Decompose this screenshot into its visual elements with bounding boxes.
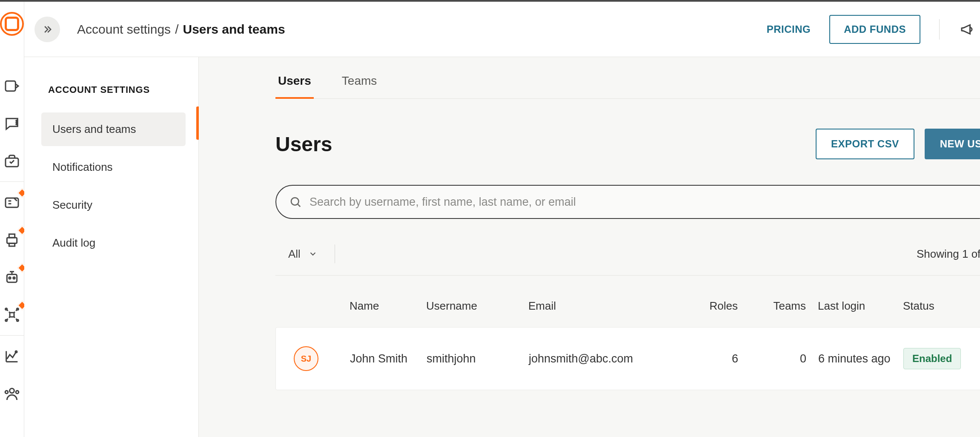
pricing-link[interactable]: PRICING	[767, 23, 811, 35]
svg-rect-7	[9, 234, 14, 238]
header-divider	[939, 19, 940, 40]
sidebar-item-label: Users and teams	[52, 123, 136, 135]
tab-teams[interactable]: Teams	[339, 74, 379, 98]
top-header: Account settings / Users and teams PRICI…	[24, 2, 980, 57]
users-table: Name Username Email Roles Teams Last log…	[275, 291, 980, 390]
announcements-icon[interactable]	[958, 21, 975, 38]
cell-email: johnsmith@abc.com	[529, 352, 682, 365]
svg-point-1	[16, 122, 17, 123]
tab-users[interactable]: Users	[275, 74, 314, 99]
col-name: Name	[350, 299, 422, 313]
svg-point-16	[17, 319, 18, 321]
sidebar-item-security[interactable]: Security	[41, 188, 186, 222]
col-roles: Roles	[686, 299, 745, 313]
sidebar-item-users-and-teams[interactable]: Users and teams	[41, 112, 186, 146]
results-count: Showing 1 of 1	[917, 247, 980, 261]
page-header-row: Users EXPORT CSV NEW USER	[275, 129, 980, 159]
sidebar-title: ACCOUNT SETTINGS	[48, 84, 186, 95]
add-funds-button[interactable]: ADD FUNDS	[829, 15, 920, 44]
svg-rect-6	[7, 238, 17, 243]
chevrons-right-icon	[41, 23, 53, 35]
breadcrumb: Account settings / Users and teams	[77, 22, 285, 37]
cell-last-login: 6 minutes ago	[818, 352, 899, 365]
table-row[interactable]: SJ John Smith smithjohn johnsmith@abc.co…	[275, 327, 980, 390]
svg-point-20	[16, 391, 19, 394]
svg-point-18	[10, 388, 14, 393]
toolbox-icon[interactable]	[3, 152, 20, 170]
inbox-icon[interactable]	[3, 194, 20, 211]
sidebar-item-audit-log[interactable]: Audit log	[41, 226, 186, 260]
cell-name: John Smith	[350, 352, 422, 365]
avatar: SJ	[294, 346, 318, 371]
search-container[interactable]	[275, 185, 980, 219]
analytics-icon[interactable]	[3, 348, 20, 365]
svg-point-15	[6, 319, 7, 321]
new-user-button[interactable]: NEW USER	[925, 129, 980, 159]
sidebar-item-label: Notifications	[52, 161, 113, 173]
svg-point-13	[6, 308, 7, 310]
col-email: Email	[528, 299, 682, 313]
send-icon[interactable]	[3, 78, 20, 95]
bot-icon[interactable]	[3, 269, 20, 286]
svg-point-23	[291, 198, 299, 205]
search-input[interactable]	[309, 196, 980, 209]
nodes-icon[interactable]	[3, 306, 20, 323]
svg-point-10	[9, 277, 11, 279]
svg-rect-5	[6, 198, 18, 207]
tab-bar: Users Teams	[275, 57, 980, 99]
chat-icon[interactable]	[3, 115, 20, 132]
filter-selected-label: All	[288, 247, 301, 261]
left-rail	[0, 2, 24, 437]
status-badge: Enabled	[903, 348, 961, 369]
main-content: Users Teams Users EXPORT CSV NEW USER	[199, 57, 980, 437]
breadcrumb-current: Users and teams	[183, 22, 285, 37]
brand-logo-icon[interactable]	[0, 12, 24, 36]
export-csv-button[interactable]: EXPORT CSV	[816, 129, 914, 159]
svg-rect-12	[10, 313, 14, 317]
svg-point-2	[16, 124, 17, 125]
sidebar-active-marker	[196, 106, 199, 140]
cell-username: smithjohn	[427, 352, 524, 365]
col-last-login: Last login	[818, 299, 899, 313]
svg-point-14	[17, 308, 18, 310]
sidebar-item-label: Audit log	[52, 236, 95, 249]
page-title: Users	[275, 132, 332, 156]
svg-rect-8	[9, 243, 14, 246]
svg-point-3	[16, 120, 17, 121]
breadcrumb-separator: /	[175, 22, 178, 37]
breadcrumb-parent[interactable]: Account settings	[77, 22, 171, 37]
sidebar-toggle-button[interactable]	[34, 17, 60, 42]
chevron-down-icon	[308, 249, 318, 259]
filter-row: All Showing 1 of 1	[275, 244, 980, 276]
cell-roles: 6	[686, 352, 746, 365]
cell-teams: 0	[750, 352, 814, 365]
sidebar-item-notifications[interactable]: Notifications	[41, 150, 186, 184]
col-username: Username	[426, 299, 524, 313]
rail-section-top	[0, 66, 24, 181]
col-status: Status	[903, 299, 980, 313]
svg-rect-0	[6, 81, 15, 91]
svg-point-19	[5, 391, 8, 394]
print-icon[interactable]	[3, 231, 20, 248]
search-icon	[289, 196, 302, 208]
table-header: Name Username Email Roles Teams Last log…	[275, 291, 980, 327]
rail-section-mid	[0, 182, 24, 335]
col-teams: Teams	[750, 299, 814, 313]
sidebar-item-label: Security	[52, 198, 92, 211]
rail-section-bottom	[0, 336, 24, 414]
filter-dropdown[interactable]: All	[288, 244, 335, 263]
people-icon[interactable]	[3, 385, 20, 402]
settings-sidebar: ACCOUNT SETTINGS Users and teams Notific…	[24, 57, 199, 437]
svg-point-11	[13, 277, 15, 279]
